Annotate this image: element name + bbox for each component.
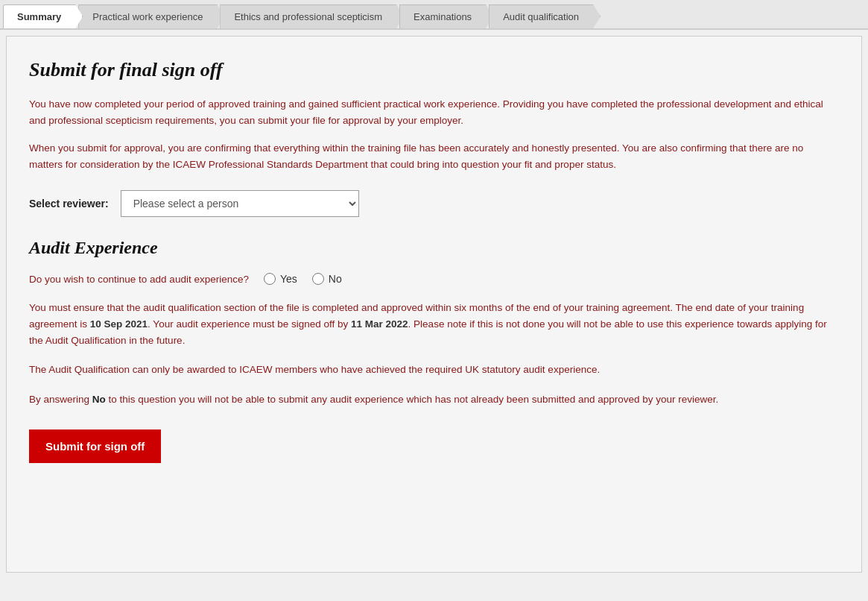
- audit-info-text-2: The Audit Qualification can only be awar…: [29, 362, 839, 378]
- audit-question-text: Do you wish to continue to add audit exp…: [29, 274, 249, 285]
- select-reviewer-row: Select reviewer: Please select a person: [29, 190, 839, 217]
- audit-date-2: 11 Mar 2022: [351, 318, 408, 330]
- reviewer-select[interactable]: Please select a person: [121, 190, 359, 217]
- audit-info3-post: to this question you will not be able to…: [106, 394, 719, 405]
- tab-audit-qualification[interactable]: Audit qualification: [489, 4, 601, 28]
- tab-examinations-label: Examinations: [414, 11, 472, 22]
- tab-audit-qualification-label: Audit qualification: [503, 11, 579, 22]
- main-content: Submit for final sign off You have now c…: [6, 36, 862, 573]
- tab-examinations[interactable]: Examinations: [399, 4, 493, 28]
- intro-text-1: You have now completed your period of ap…: [29, 96, 839, 128]
- audit-question-row: Do you wish to continue to add audit exp…: [29, 273, 839, 285]
- yes-option[interactable]: Yes: [264, 273, 297, 285]
- yes-radio[interactable]: [264, 273, 276, 285]
- yes-label: Yes: [280, 273, 297, 285]
- audit-section-title: Audit Experience: [29, 238, 839, 258]
- select-reviewer-label: Select reviewer:: [29, 198, 109, 210]
- audit-info1-mid: . Your audit experience must be signed o…: [148, 318, 351, 330]
- audit-info3-bold: No: [92, 394, 106, 405]
- tab-practical[interactable]: Practical work experience: [78, 4, 224, 28]
- no-label: No: [329, 273, 342, 285]
- tab-summary[interactable]: Summary: [3, 4, 83, 28]
- no-option[interactable]: No: [312, 273, 342, 285]
- intro-text-2: When you submit for approval, you are co…: [29, 140, 839, 172]
- tab-ethics[interactable]: Ethics and professional scepticism: [220, 4, 404, 28]
- tab-summary-label: Summary: [17, 11, 61, 22]
- audit-info3-pre: By answering: [29, 394, 92, 405]
- submit-button[interactable]: Submit for sign off: [29, 429, 161, 463]
- tab-ethics-label: Ethics and professional scepticism: [234, 11, 382, 22]
- tab-bar: Summary Practical work experience Ethics…: [0, 0, 868, 30]
- audit-info-text-1: You must ensure that the audit qualifica…: [29, 300, 839, 348]
- audit-date-1: 10 Sep 2021: [90, 318, 148, 330]
- tab-practical-label: Practical work experience: [92, 11, 203, 22]
- audit-info-text-3: By answering No to this question you wil…: [29, 391, 839, 408]
- no-radio[interactable]: [312, 273, 324, 285]
- page-title: Submit for final sign off: [29, 59, 839, 81]
